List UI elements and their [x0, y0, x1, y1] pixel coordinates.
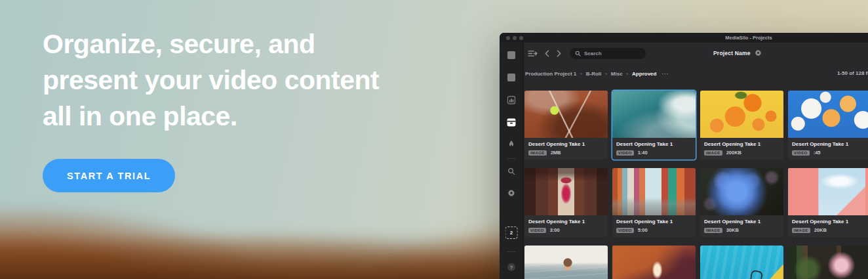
- media-title: Desert Opening Take 1: [528, 141, 604, 147]
- main-panel: Search Project Name Production Project 1…: [524, 43, 868, 279]
- media-thumbnail[interactable]: [788, 91, 868, 138]
- media-meta: VIDEO 3:00: [528, 227, 604, 233]
- breadcrumb-item[interactable]: Misc: [611, 71, 623, 77]
- sidebar-divider: [507, 251, 515, 252]
- media-card[interactable]: Desert Opening Take 1 VIDEO 1:40: [612, 91, 696, 160]
- app-square-icon[interactable]: [507, 74, 515, 81]
- breadcrumb-separator: ›: [627, 71, 629, 77]
- media-type-badge: IMAGE: [528, 150, 547, 156]
- start-trial-button[interactable]: START A TRIAL: [43, 159, 175, 192]
- media-meta: IMAGE 2MB: [528, 150, 604, 156]
- media-grid: Desert Opening Take 1 IMAGE 2MB Desert O…: [524, 83, 868, 279]
- media-card[interactable]: Desert Opening Take 1 IMAGE 200KB: [700, 91, 783, 160]
- search-input[interactable]: Search: [570, 48, 646, 59]
- search-icon[interactable]: [507, 167, 515, 175]
- media-card[interactable]: Desert Opening Take 1 VIDEO 5:00: [612, 168, 696, 237]
- media-card[interactable]: Desert Opening Take 1 IMAGE 20KB: [788, 168, 868, 237]
- projects-icon[interactable]: [507, 118, 517, 127]
- sidebar-toggle-icon[interactable]: [528, 50, 538, 57]
- media-card[interactable]: [788, 246, 868, 279]
- media-card-footer: Desert Opening Take 1 VIDEO 3:00: [524, 215, 608, 237]
- media-meta: VIDEO 1:40: [616, 150, 692, 156]
- media-thumbnail[interactable]: [788, 168, 868, 215]
- hero-banner: Organize, secure, and present your video…: [0, 0, 868, 279]
- headline-line: Organize, secure, and: [43, 26, 379, 62]
- media-title: Desert Opening Take 1: [528, 219, 604, 225]
- media-thumbnail[interactable]: [700, 246, 783, 279]
- media-title: Desert Opening Take 1: [792, 219, 867, 225]
- media-thumbnail[interactable]: [612, 246, 696, 279]
- file-count: 1-50 of 128 files: [837, 64, 868, 83]
- media-title: Desert Opening Take 1: [616, 141, 692, 147]
- media-title: Desert Opening Take 1: [704, 141, 779, 147]
- gear-icon[interactable]: [507, 189, 515, 197]
- media-card[interactable]: Desert Opening Take 1 VIDEO :45: [788, 91, 868, 160]
- media-type-badge: VIDEO: [616, 150, 634, 156]
- headline-line: present your video content: [43, 62, 379, 98]
- media-card[interactable]: [524, 246, 608, 279]
- back-icon[interactable]: [545, 50, 549, 57]
- breadcrumb-overflow-icon[interactable]: ···: [661, 71, 669, 77]
- window-titlebar[interactable]: MediaSilo - Projects: [500, 33, 868, 43]
- media-card-footer: Desert Opening Take 1 IMAGE 200KB: [700, 138, 783, 160]
- media-title: Desert Opening Take 1: [616, 219, 692, 225]
- media-card-footer: Desert Opening Take 1 VIDEO :45: [788, 138, 868, 160]
- media-title: Desert Opening Take 1: [792, 141, 867, 147]
- app-window: MediaSilo - Projects 2: [500, 33, 868, 279]
- search-placeholder: Search: [584, 51, 602, 56]
- project-name-group: Project Name: [713, 43, 762, 64]
- media-thumbnail[interactable]: [524, 91, 608, 138]
- media-size: 1:40: [638, 150, 648, 156]
- gear-icon[interactable]: [755, 47, 762, 59]
- media-thumbnail[interactable]: [612, 91, 696, 138]
- media-thumbnail[interactable]: [524, 246, 608, 279]
- media-size: 2MB: [551, 150, 561, 156]
- headline: Organize, secure, and present your video…: [43, 26, 379, 135]
- media-thumbnail[interactable]: [612, 168, 696, 215]
- media-type-badge: VIDEO: [616, 228, 634, 233]
- media-type-badge: IMAGE: [704, 228, 722, 233]
- media-meta: VIDEO 5:00: [616, 227, 692, 233]
- breadcrumb-separator: ›: [605, 71, 607, 77]
- media-card-footer: Desert Opening Take 1 VIDEO 1:40: [612, 138, 696, 160]
- media-thumbnail[interactable]: [700, 91, 783, 138]
- media-card-footer: Desert Opening Take 1 IMAGE 30KB: [700, 215, 783, 237]
- search-icon: [575, 51, 581, 56]
- media-card[interactable]: [612, 246, 696, 279]
- media-card-footer: Desert Opening Take 1 IMAGE 2MB: [524, 138, 608, 160]
- media-meta: IMAGE 200KB: [704, 150, 779, 156]
- sidebar-divider: [507, 158, 515, 159]
- media-card[interactable]: [700, 246, 783, 279]
- media-card-footer: Desert Opening Take 1 VIDEO 5:00: [612, 215, 696, 237]
- media-type-badge: IMAGE: [704, 150, 722, 156]
- app-square-icon[interactable]: [507, 51, 515, 59]
- app-body: 2 ? Search: [500, 43, 868, 279]
- toolbar: Search Project Name: [524, 43, 868, 64]
- breadcrumb-item[interactable]: Production Project 1: [525, 71, 576, 77]
- media-size: :45: [814, 150, 821, 156]
- breadcrumb: Production Project 1 › B-Roll › Misc › A…: [524, 64, 868, 83]
- media-thumbnail[interactable]: [788, 246, 868, 279]
- breadcrumb-separator: ›: [580, 71, 582, 77]
- sidebar: 2 ?: [500, 43, 524, 279]
- media-card[interactable]: Desert Opening Take 1 IMAGE 30KB: [700, 168, 783, 237]
- media-type-badge: VIDEO: [528, 228, 546, 233]
- media-type-badge: VIDEO: [792, 150, 810, 156]
- help-icon[interactable]: ?: [507, 263, 515, 271]
- media-thumbnail[interactable]: [700, 168, 783, 215]
- media-title: Desert Opening Take 1: [704, 219, 779, 225]
- media-thumbnail[interactable]: [524, 168, 608, 215]
- breadcrumb-item-current[interactable]: Approved: [632, 71, 656, 77]
- forward-icon[interactable]: [557, 50, 561, 57]
- media-meta: VIDEO :45: [792, 150, 867, 156]
- media-size: 20KB: [814, 227, 827, 233]
- media-size: 5:00: [638, 227, 648, 233]
- breadcrumb-item[interactable]: B-Roll: [586, 71, 602, 77]
- media-card[interactable]: Desert Opening Take 1 IMAGE 2MB: [524, 91, 608, 160]
- project-count-badge[interactable]: 2: [505, 226, 518, 239]
- bar-chart-icon[interactable]: [507, 96, 516, 104]
- media-card[interactable]: Desert Opening Take 1 VIDEO 3:00: [524, 168, 608, 237]
- flame-icon[interactable]: [508, 140, 515, 148]
- media-size: 200KB: [726, 150, 741, 156]
- project-name-label: Project Name: [713, 50, 751, 56]
